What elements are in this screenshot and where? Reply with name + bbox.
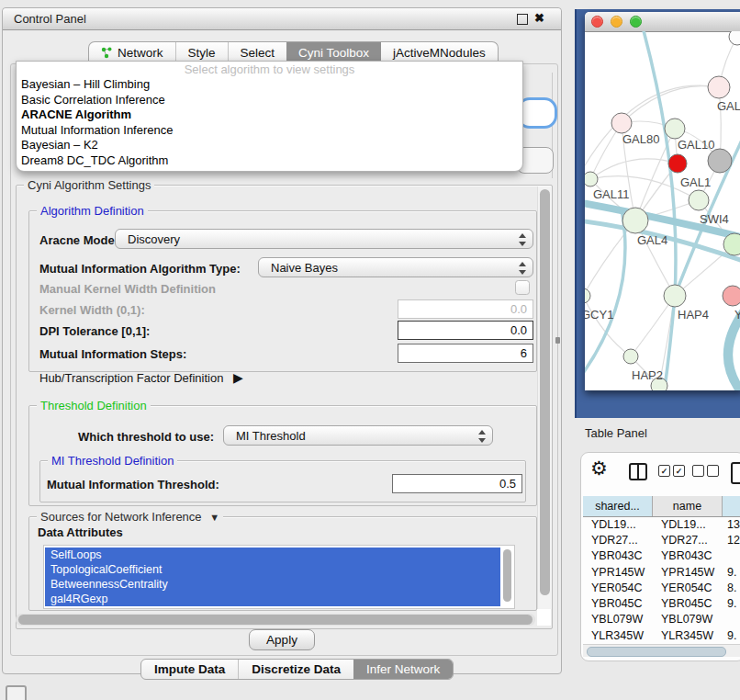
table-hscrollbar-thumb[interactable]: [587, 647, 726, 657]
network-node[interactable]: [585, 172, 598, 186]
network-node[interactable]: [729, 31, 740, 45]
which-threshold-combobox[interactable]: MI Threshold: [223, 425, 493, 446]
network-node[interactable]: [723, 286, 740, 306]
column-header[interactable]: shared...: [583, 496, 653, 516]
deselect-all-icon[interactable]: [692, 465, 719, 477]
settings-scrollbar-thumb[interactable]: [540, 189, 550, 595]
partial-toolbar-icon[interactable]: [731, 462, 740, 484]
float-window-icon[interactable]: [517, 14, 528, 25]
table-cell[interactable]: YER054C: [583, 580, 653, 595]
table-cell[interactable]: 8.: [723, 580, 740, 595]
aracne-mode-combobox[interactable]: Discovery: [115, 229, 533, 249]
minimized-panel-icon[interactable]: [6, 685, 27, 700]
network-edge[interactable]: [590, 159, 678, 179]
table-cell[interactable]: YBR045C: [653, 595, 723, 611]
dropdown-item[interactable]: Basic Correlation Inference: [17, 93, 522, 108]
mi-threshold-field[interactable]: 0.5: [392, 474, 522, 493]
table-cell[interactable]: YBR043C: [653, 548, 723, 564]
table-cell[interactable]: YER054C: [653, 580, 723, 595]
zoom-traffic-light-icon[interactable]: [630, 16, 642, 28]
table-row[interactable]: YBR045CYBR045C9.: [583, 595, 740, 611]
attribute-item-selected[interactable]: TopologicalCoefficient: [45, 562, 500, 577]
network-edge[interactable]: [585, 209, 625, 378]
network-edge[interactable]: [585, 220, 635, 296]
network-node[interactable]: [665, 119, 685, 139]
table-row[interactable]: YBL079WYBL079W: [583, 612, 740, 627]
column-header[interactable]: [723, 496, 740, 516]
table-cell[interactable]: YDL19...: [583, 516, 653, 532]
table-cell[interactable]: YLR345W: [653, 627, 723, 643]
table-cell[interactable]: 9.: [723, 564, 740, 580]
bottom-tab-infer-network[interactable]: Infer Network: [353, 660, 453, 679]
table-cell[interactable]: YBL079W: [653, 612, 723, 627]
table-cell[interactable]: [723, 548, 740, 564]
attribute-item-selected[interactable]: gal4RGexp: [45, 592, 500, 606]
collapse-down-icon[interactable]: ▼: [209, 512, 219, 523]
tab-style[interactable]: Style: [175, 42, 228, 62]
network-canvas[interactable]: GALGAL80GAL10GAL1GAL11SWI4GAL4GCY1HAP4YH…: [585, 31, 740, 390]
network-node[interactable]: [708, 76, 730, 98]
mi-algorithm-type-combobox[interactable]: Naive Bayes: [258, 257, 533, 277]
network-node[interactable]: [689, 190, 709, 210]
kernel-width-field[interactable]: 0.0: [398, 299, 533, 319]
attribute-item-selected[interactable]: BetweennessCentrality: [45, 577, 500, 592]
list-scrollbar-thumb[interactable]: [503, 549, 511, 602]
network-node[interactable]: [664, 285, 686, 307]
dropdown-item[interactable]: Mutual Information Inference: [17, 123, 522, 139]
dropdown-item[interactable]: Bayesian – Hill Climbing: [17, 77, 522, 93]
apply-button[interactable]: Apply: [249, 629, 315, 650]
close-traffic-light-icon[interactable]: [591, 16, 603, 28]
table-cell[interactable]: 9.: [723, 595, 740, 611]
splitpane-handle[interactable]: [555, 337, 560, 344]
settings-scrollbar-track[interactable]: [537, 186, 552, 609]
mi-steps-field[interactable]: 6: [398, 344, 533, 363]
table-cell[interactable]: YPR145W: [653, 564, 723, 580]
dropdown-item[interactable]: ARACNE Algorithm: [17, 107, 522, 123]
table-cell[interactable]: 12: [723, 532, 740, 548]
table-cell[interactable]: YLR345W: [583, 627, 653, 643]
network-node[interactable]: [585, 288, 590, 303]
gear-icon[interactable]: ⚙: [590, 458, 608, 479]
settings-hscrollbar-track[interactable]: [16, 614, 535, 626]
tab-network[interactable]: Network: [89, 42, 175, 62]
sources-expander[interactable]: Sources for Network Inference ▼: [37, 510, 223, 525]
minimize-traffic-light-icon[interactable]: [611, 16, 622, 28]
table-row[interactable]: YDR27...YDR27...12: [583, 532, 740, 548]
hub-definition-expander[interactable]: Hub/Transcription Factor Definition ▶: [39, 370, 243, 385]
tab-cyni-toolbox[interactable]: Cyni Toolbox: [286, 42, 381, 62]
table-cell[interactable]: [723, 612, 740, 627]
table-cell[interactable]: YBR045C: [583, 595, 653, 611]
dropdown-item[interactable]: Bayesian – K2: [17, 138, 522, 153]
table-hscrollbar-track[interactable]: [583, 644, 740, 657]
manual-kernel-checkbox[interactable]: [515, 280, 530, 295]
bottom-tab-discretize-data[interactable]: Discretize Data: [238, 660, 353, 679]
columns-icon[interactable]: [629, 463, 647, 480]
table-row[interactable]: YER054CYER054C8.: [583, 580, 740, 595]
network-node[interactable]: [623, 349, 638, 364]
network-node[interactable]: [708, 149, 732, 173]
table-cell[interactable]: YBL079W: [583, 612, 653, 627]
network-node[interactable]: [611, 113, 632, 133]
table-cell[interactable]: YDR27...: [653, 532, 723, 548]
column-header[interactable]: name: [653, 496, 723, 516]
dpi-tolerance-field[interactable]: 0.0: [398, 321, 533, 340]
expand-right-icon[interactable]: ▶: [233, 370, 243, 385]
table-cell[interactable]: YBR043C: [583, 548, 653, 564]
table-cell[interactable]: 13: [723, 516, 740, 532]
table-row[interactable]: YLR345WYLR345W9.: [583, 627, 740, 643]
network-edge[interactable]: [622, 86, 719, 123]
dropdown-item[interactable]: Dream8 DC_TDC Algorithm: [17, 153, 522, 169]
network-node[interactable]: [668, 154, 687, 173]
tab-select[interactable]: Select: [228, 42, 287, 62]
close-icon[interactable]: ✖: [534, 11, 544, 25]
table-row[interactable]: YDL19...YDL19...13: [583, 516, 740, 532]
table-cell[interactable]: 9.: [723, 627, 740, 643]
attribute-item-selected[interactable]: SelfLoops: [45, 548, 500, 562]
network-node[interactable]: [622, 208, 648, 233]
table-row[interactable]: YBR043CYBR043C: [583, 548, 740, 564]
select-all-icon[interactable]: ✓ ✓: [658, 465, 685, 477]
table-row[interactable]: YPR145WYPR145W9.: [583, 564, 740, 580]
table-cell[interactable]: YDR27...: [583, 532, 653, 548]
settings-hscrollbar-thumb[interactable]: [18, 615, 533, 625]
table-cell[interactable]: YDL19...: [653, 516, 723, 532]
